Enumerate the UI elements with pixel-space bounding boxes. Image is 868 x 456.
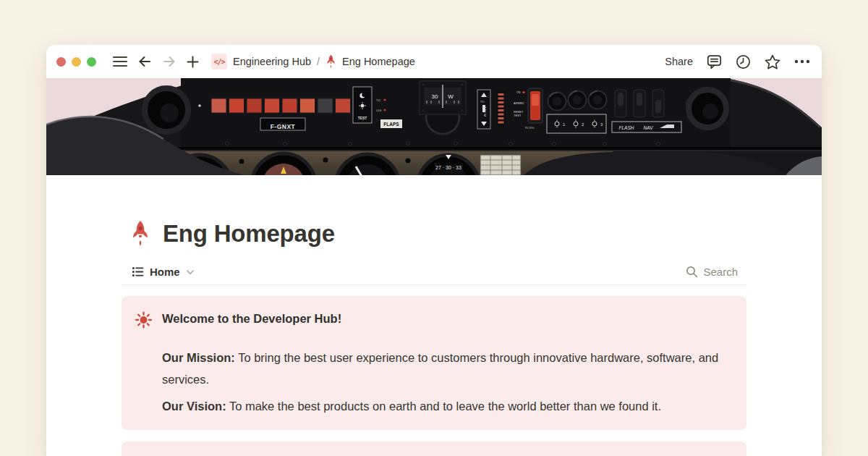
page-title-row: Eng Homepage [122, 220, 746, 248]
callout-welcome-heading: Welcome to the Developer Hub! [162, 311, 726, 326]
cover-registration-placard: — · — F-GNXT [260, 118, 305, 130]
callout-welcome-body: Welcome to the Developer Hub! Our Missio… [162, 311, 726, 417]
cover-image-cockpit: 27 · 30 · 33 [46, 78, 822, 175]
svg-text:TRIM: TRIM [483, 106, 487, 118]
more-options-icon[interactable] [794, 59, 810, 64]
list-view-icon [132, 266, 144, 278]
breadcrumb-current[interactable]: Eng Homepage [342, 56, 415, 67]
minimize-window-button[interactable] [72, 57, 81, 67]
tab-home-label: Home [150, 266, 180, 278]
breadcrumb-parent[interactable]: Engineering Hub [233, 56, 311, 67]
svg-text:27 · 30 · 33: 27 · 30 · 33 [435, 165, 461, 170]
cover-toggle-switches [615, 90, 664, 117]
close-window-button[interactable] [56, 57, 66, 67]
app-window: </> Engineering Hub / Eng Homepage Share [46, 45, 822, 456]
svg-text:NAV: NAV [643, 125, 653, 130]
rocket-icon [326, 54, 336, 69]
page-title[interactable]: Eng Homepage [163, 220, 335, 248]
cover-left-vent [145, 88, 188, 132]
cover-flaps-label: FLAPS [380, 119, 402, 128]
svg-text:ARMED: ARMED [514, 101, 524, 105]
svg-text:30: 30 [432, 93, 438, 100]
cover-striped-column [496, 91, 506, 127]
history-clock-icon[interactable] [736, 54, 751, 69]
svg-text:FLASH: FLASH [619, 125, 634, 130]
svg-text:LDG: LDG [376, 109, 382, 112]
search-label: Search [703, 266, 738, 278]
svg-text:RC390: RC390 [525, 126, 535, 130]
vision-paragraph: Our Vision: To make the best products on… [162, 395, 726, 417]
svg-text:W: W [448, 93, 454, 100]
cover-right-vent [689, 90, 726, 127]
forward-arrow-icon[interactable] [162, 55, 176, 68]
favorite-star-icon[interactable] [765, 54, 780, 69]
svg-text:ON: ON [516, 91, 521, 94]
svg-text:TEST: TEST [514, 114, 522, 117]
cover-trim-indicator: T/O TRIM [477, 90, 490, 129]
new-page-plus-icon[interactable] [187, 56, 199, 68]
breadcrumb: </> Engineering Hub / Eng Homepage [211, 54, 415, 69]
svg-text:F-GNXT: F-GNXT [271, 123, 296, 130]
cover-test-panel: TEST [353, 87, 372, 123]
comments-icon[interactable] [707, 54, 722, 69]
svg-text:T/O: T/O [480, 101, 485, 104]
search-icon [686, 266, 698, 278]
code-icon[interactable]: </> [211, 54, 227, 69]
page-rocket-icon[interactable] [130, 220, 150, 248]
page-content: Eng Homepage Home Search [122, 220, 746, 456]
toolbar-actions: Share [665, 54, 812, 69]
cover-data-table [480, 155, 521, 175]
share-button[interactable]: Share [665, 56, 693, 67]
callout-welcome: Welcome to the Developer Hub! Our Missio… [122, 296, 746, 430]
sun-icon [135, 311, 153, 417]
breadcrumb-separator: / [317, 56, 320, 67]
cover-knobs [548, 91, 607, 111]
svg-text:FLAPS: FLAPS [383, 122, 399, 127]
search-button[interactable]: Search [686, 266, 738, 278]
svg-text:T/O: T/O [376, 99, 380, 102]
mission-paragraph: Our Mission: To bring the best user expe… [162, 347, 726, 390]
sidebar-menu-icon[interactable] [113, 56, 127, 67]
view-tabs-row: Home Search [122, 259, 746, 285]
tab-home[interactable]: Home [132, 266, 194, 278]
callout-resources: Other resources to reference when workin… [122, 442, 746, 456]
zoom-window-button[interactable] [87, 57, 96, 67]
svg-text:TEST: TEST [358, 117, 367, 120]
toolbar: </> Engineering Hub / Eng Homepage Share [46, 45, 822, 78]
window-controls [56, 57, 96, 67]
back-arrow-icon[interactable] [137, 55, 152, 68]
chevron-down-icon [187, 270, 194, 275]
